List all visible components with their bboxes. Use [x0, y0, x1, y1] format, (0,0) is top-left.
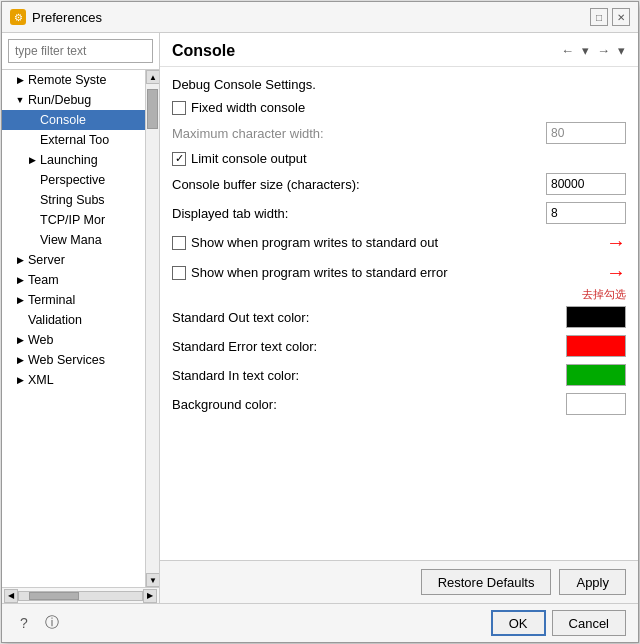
sidebar-item-xml[interactable]: ▶ XML: [2, 370, 145, 390]
restore-defaults-button[interactable]: Restore Defaults: [421, 569, 552, 595]
expand-arrow: ▶: [14, 334, 26, 346]
apply-button[interactable]: Apply: [559, 569, 626, 595]
show-stdout-checkbox[interactable]: [172, 236, 186, 250]
sidebar-item-view-manager[interactable]: View Mana: [2, 230, 145, 250]
scroll-thumb[interactable]: [147, 89, 158, 129]
sidebar-item-team[interactable]: ▶ Team: [2, 270, 145, 290]
annotation-row: 去掉勾选: [172, 287, 626, 302]
std-out-color-label: Standard Out text color:: [172, 310, 566, 325]
title-bar: ⚙ Preferences □ ✕: [2, 2, 638, 33]
tab-width-row: Displayed tab width:: [172, 202, 626, 224]
annotation-text: 去掉勾选: [582, 287, 626, 302]
sidebar-item-string-subs[interactable]: String Subs: [2, 190, 145, 210]
dialog-icon: ⚙: [10, 9, 26, 25]
expand-arrow: [26, 214, 38, 226]
sidebar-scrollbar-v[interactable]: ▲ ▼: [145, 70, 159, 587]
bg-color-box[interactable]: [566, 393, 626, 415]
limit-output-checkbox[interactable]: [172, 152, 186, 166]
sidebar-item-perspectives[interactable]: Perspective: [2, 170, 145, 190]
sidebar-item-label: Web: [28, 333, 53, 347]
show-stdout-content: Show when program writes to standard out: [172, 235, 602, 250]
right-arrow-stdout-icon: →: [606, 231, 626, 254]
fixed-width-row: Fixed width console: [172, 100, 626, 115]
std-error-color-row: Standard Error text color:: [172, 335, 626, 357]
buffer-size-input[interactable]: [546, 173, 626, 195]
show-stdout-row: Show when program writes to standard out…: [172, 231, 626, 254]
nav-fwd-button[interactable]: →: [594, 41, 613, 60]
minimize-button[interactable]: □: [590, 8, 608, 26]
nav-back-button[interactable]: ←: [558, 41, 577, 60]
sidebar-item-terminal[interactable]: ▶ Terminal: [2, 290, 145, 310]
limit-output-label[interactable]: Limit console output: [172, 151, 307, 166]
info-icon[interactable]: ⓘ: [42, 613, 62, 633]
scroll-down-arrow[interactable]: ▼: [146, 573, 159, 587]
expand-arrow: [26, 194, 38, 206]
bg-color-row: Background color:: [172, 393, 626, 415]
sidebar-item-server[interactable]: ▶ Server: [2, 250, 145, 270]
expand-arrow: [26, 234, 38, 246]
footer-bar: ? ⓘ OK Cancel: [2, 603, 638, 642]
fixed-width-checkbox[interactable]: [172, 101, 186, 115]
scroll-track[interactable]: [146, 84, 159, 573]
search-box: [2, 33, 159, 70]
show-stderr-checkbox[interactable]: [172, 266, 186, 280]
sidebar-item-web[interactable]: ▶ Web: [2, 330, 145, 350]
main-panel: Console ← ▾ → ▾ Debug Console Settings. …: [160, 33, 638, 603]
expand-arrow: ▶: [14, 254, 26, 266]
sidebar-item-tcpip[interactable]: TCP/IP Mor: [2, 210, 145, 230]
limit-output-label-text: Limit console output: [191, 151, 307, 166]
scroll-h-track[interactable]: [18, 591, 143, 601]
nav-back-dropdown[interactable]: ▾: [579, 41, 592, 60]
max-char-input[interactable]: [546, 122, 626, 144]
std-out-color-box[interactable]: [566, 306, 626, 328]
scroll-h-thumb[interactable]: [29, 592, 79, 600]
sidebar-item-launching[interactable]: ▶ Launching: [2, 150, 145, 170]
search-input[interactable]: [8, 39, 153, 63]
help-icon[interactable]: ?: [14, 613, 34, 633]
nav-fwd-dropdown[interactable]: ▾: [615, 41, 628, 60]
sidebar-item-label: Server: [28, 253, 65, 267]
scroll-right-arrow[interactable]: ▶: [143, 589, 157, 603]
close-button[interactable]: ✕: [612, 8, 630, 26]
sidebar-item-run-debug[interactable]: ▼ Run/Debug: [2, 90, 145, 110]
sidebar-item-external-tools[interactable]: External Too: [2, 130, 145, 150]
scroll-up-arrow[interactable]: ▲: [146, 70, 159, 84]
show-stderr-label: Show when program writes to standard err…: [191, 265, 448, 280]
sidebar-item-label: Launching: [40, 153, 98, 167]
fixed-width-label[interactable]: Fixed width console: [172, 100, 305, 115]
sidebar-item-console[interactable]: Console: [2, 110, 145, 130]
sidebar-item-label: Terminal: [28, 293, 75, 307]
sidebar-item-label: Perspective: [40, 173, 105, 187]
bottom-bar: Restore Defaults Apply: [160, 560, 638, 603]
tab-width-label: Displayed tab width:: [172, 206, 546, 221]
expand-arrow: [26, 134, 38, 146]
cancel-button[interactable]: Cancel: [552, 610, 626, 636]
sidebar-item-label: Validation: [28, 313, 82, 327]
panel-content: Debug Console Settings. Fixed width cons…: [160, 67, 638, 560]
sidebar-item-label: External Too: [40, 133, 109, 147]
tab-width-input[interactable]: [546, 202, 626, 224]
max-char-row: Maximum character width:: [172, 122, 626, 144]
sidebar-item-label: Console: [40, 113, 86, 127]
sidebar-item-validation[interactable]: Validation: [2, 310, 145, 330]
preferences-dialog: ⚙ Preferences □ ✕ ▶ Remote Syste: [1, 1, 639, 643]
footer-buttons: OK Cancel: [491, 610, 626, 636]
sidebar-item-web-services[interactable]: ▶ Web Services: [2, 350, 145, 370]
sidebar-item-label: Run/Debug: [28, 93, 91, 107]
tree-scroll[interactable]: ▶ Remote Syste ▼ Run/Debug Console: [2, 70, 145, 587]
std-in-color-row: Standard In text color:: [172, 364, 626, 386]
std-in-color-box[interactable]: [566, 364, 626, 386]
show-stderr-content: Show when program writes to standard err…: [172, 265, 602, 280]
scroll-left-arrow[interactable]: ◀: [4, 589, 18, 603]
expand-arrow: [26, 114, 38, 126]
std-error-color-box[interactable]: [566, 335, 626, 357]
panel-title: Console: [172, 42, 235, 60]
sidebar-scrollbar-h[interactable]: ◀ ▶: [2, 587, 159, 603]
sidebar-item-remote-system[interactable]: ▶ Remote Syste: [2, 70, 145, 90]
expand-arrow: ▼: [14, 94, 26, 106]
ok-button[interactable]: OK: [491, 610, 546, 636]
panel-header: Console ← ▾ → ▾: [160, 33, 638, 67]
show-stderr-row: Show when program writes to standard err…: [172, 261, 626, 284]
dialog-title: Preferences: [32, 10, 584, 25]
footer-icons: ? ⓘ: [14, 613, 62, 633]
